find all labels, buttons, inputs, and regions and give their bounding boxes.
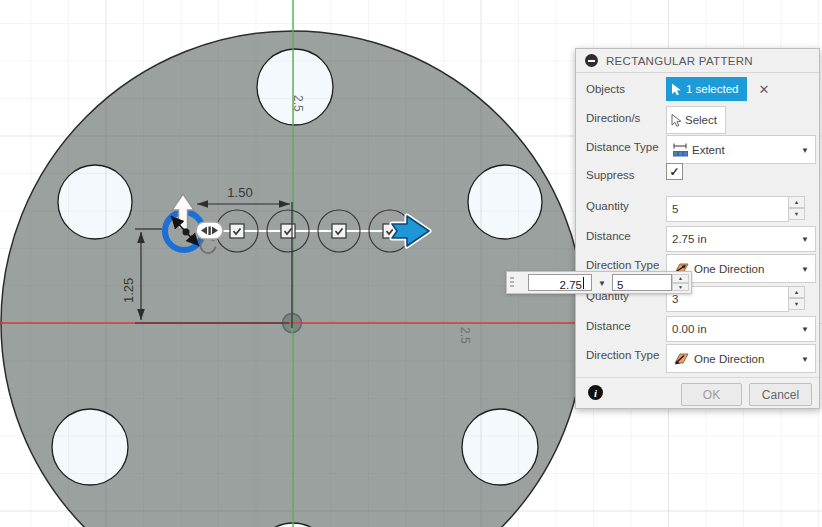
collapse-icon[interactable]	[585, 54, 598, 67]
cursor-icon	[671, 83, 682, 96]
pattern-distance-field	[528, 274, 592, 291]
distance-type-control: Extent	[666, 135, 816, 164]
distance2-control: 0.00 in	[666, 316, 816, 342]
distance1-dropdown[interactable]: 2.75 in	[666, 226, 816, 252]
chevron-down-icon	[801, 354, 809, 363]
clear-selection-icon[interactable]: ✕	[758, 82, 769, 97]
distance-type-value: Extent	[692, 144, 725, 156]
quantity1-input[interactable]	[667, 197, 788, 221]
directions-control: Select	[666, 106, 726, 134]
dialog-title: RECTANGULAR PATTERN	[606, 55, 753, 67]
direction-type2-dropdown[interactable]: One Direction	[666, 344, 816, 373]
direction-type1-label: Direction Type	[586, 259, 659, 271]
suppress-checkbox[interactable]: ✓	[666, 163, 683, 180]
distance2-label: Distance	[586, 320, 631, 332]
distance2-dropdown[interactable]: 0.00 in	[666, 316, 816, 342]
suppress-label: Suppress	[586, 169, 635, 181]
quantity1-input-wrap	[666, 196, 789, 222]
chevron-down-icon	[801, 264, 809, 273]
spinner-up-icon[interactable]	[788, 196, 805, 208]
distance-type-label: Distance Type	[586, 141, 659, 153]
directions-select-button[interactable]: Select	[666, 106, 726, 134]
spinner-down-icon[interactable]	[788, 298, 805, 310]
chevron-down-icon[interactable]	[598, 279, 606, 288]
objects-selected-button[interactable]: 1 selected	[666, 77, 747, 101]
distance-type-dropdown[interactable]: Extent	[666, 135, 816, 164]
direction-type2-control: One Direction	[666, 344, 816, 373]
pattern-quantity-input[interactable]	[613, 278, 671, 293]
chevron-down-icon	[801, 235, 809, 244]
directions-label: Direction/s	[586, 112, 640, 124]
quantity2-spinner	[788, 286, 805, 310]
drag-grip-icon[interactable]	[510, 277, 514, 289]
suppress-control: ✓	[666, 163, 683, 180]
pattern-instance-checkbox[interactable]	[281, 224, 295, 238]
distance2-value: 0.00 in	[672, 323, 707, 335]
in-canvas-pattern-inputs	[506, 271, 692, 294]
spinner-up-icon[interactable]	[672, 274, 689, 283]
footer-divider	[576, 377, 819, 378]
cancel-button[interactable]: Cancel	[749, 383, 812, 406]
extent-icon	[672, 142, 688, 158]
dialog-header[interactable]: RECTANGULAR PATTERN	[576, 49, 819, 73]
chevron-down-icon	[801, 145, 809, 154]
rectangular-pattern-dialog: RECTANGULAR PATTERN Objects 1 selected ✕…	[575, 48, 820, 409]
dimension-height-value[interactable]: 1.25	[121, 278, 136, 303]
distance1-label: Distance	[586, 230, 631, 242]
text-caret	[583, 277, 584, 289]
one-direction-icon	[672, 351, 690, 366]
chevron-down-icon	[801, 325, 809, 334]
spinner-up-icon[interactable]	[788, 286, 805, 298]
distance1-value: 2.75 in	[672, 233, 707, 245]
quantity1-control	[666, 196, 789, 222]
pattern-quantity-spinner	[672, 274, 689, 291]
objects-selected-count: 1 selected	[686, 83, 738, 95]
fusion-sketch-view: 1.50 1.25 2.5 2.5 RECTANGULAR PATTERN Ob…	[0, 0, 822, 527]
objects-label: Objects	[586, 83, 625, 95]
grid-label-horizontal-axis: 2.5	[458, 327, 472, 344]
directions-select-label: Select	[685, 114, 717, 126]
cursor-icon	[671, 114, 682, 127]
pattern-quantity-field	[612, 274, 672, 291]
objects-control: 1 selected ✕	[666, 77, 769, 101]
horizontal-drag-handle[interactable]	[196, 222, 223, 239]
dimension-width-value[interactable]: 1.50	[227, 185, 252, 200]
pattern-instance-checkbox[interactable]	[332, 224, 346, 238]
quantity1-spinner	[788, 196, 805, 220]
direction-type2-label: Direction Type	[586, 349, 659, 361]
direction-type1-value: One Direction	[694, 263, 764, 275]
direction-type2-value: One Direction	[694, 353, 764, 365]
quantity1-label: Quantity	[586, 200, 629, 212]
spinner-down-icon[interactable]	[788, 208, 805, 220]
spinner-down-icon[interactable]	[672, 283, 689, 292]
pattern-distance-input[interactable]	[529, 278, 591, 293]
distance1-control: 2.75 in	[666, 226, 816, 252]
info-icon[interactable]: i	[588, 385, 603, 400]
pattern-instance-checkbox[interactable]	[230, 224, 244, 238]
grid-label-vertical-axis: 2.5	[291, 95, 305, 112]
ok-button[interactable]: OK	[681, 383, 742, 406]
